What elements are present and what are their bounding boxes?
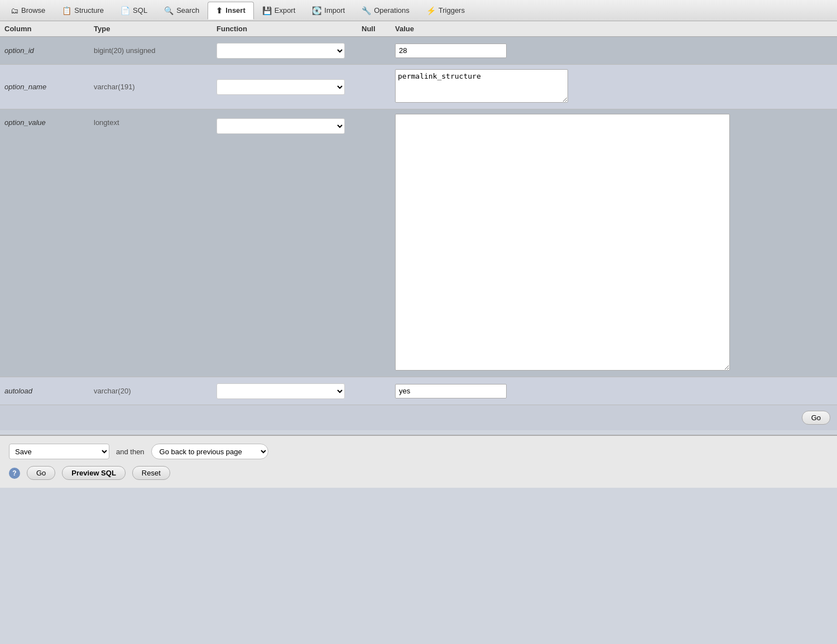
table-row: option_name varchar(191) permalink_struc… [0,65,837,109]
col-autoload-name: autoload [4,387,94,395]
tab-triggers[interactable]: ⚡Triggers [418,2,473,20]
tab-insert[interactable]: ⬆Insert [208,2,253,20]
import-icon: 💽 [312,6,321,15]
bottom-row1: Save and then Go back to previous page [9,444,828,459]
col-option-value-type: longtext [94,114,217,127]
bottom-panel: Save and then Go back to previous page ?… [0,435,837,488]
bottom-row2: ? Go Preview SQL Reset [9,466,828,480]
preview-sql-button[interactable]: Preview SQL [62,466,125,480]
main-go-button[interactable]: Go [802,411,830,425]
col-option-id-type: bigint(20) unsigned [94,46,217,55]
tab-label-sql: SQL [133,6,147,15]
search-icon: 🔍 [164,6,174,15]
tab-label-insert: Insert [225,6,245,15]
then-select[interactable]: Go back to previous page [151,444,268,459]
col-option-name-type: varchar(191) [94,83,217,91]
col-option-value-name: option_value [4,114,94,127]
tab-label-search: Search [176,6,199,15]
tab-label-structure: Structure [74,6,104,15]
col-option-id-name: option_id [4,46,94,55]
table-row: option_value longtext [0,109,837,377]
autoload-value-input[interactable] [395,384,507,398]
triggers-icon: ⚡ [426,6,436,15]
structure-icon: 📋 [62,6,71,15]
table-row: autoload varchar(20) [0,377,837,405]
tab-structure[interactable]: 📋Structure [54,2,112,20]
tab-label-import: Import [324,6,345,15]
header-null: Null [362,25,395,33]
tab-label-triggers: Triggers [439,6,465,15]
option-value-value-textarea[interactable] [395,114,730,371]
reset-button[interactable]: Reset [132,466,170,480]
col-autoload-value [395,384,833,398]
go-btn-container: Go [0,405,837,430]
table-header: Column Type Function Null Value [0,21,837,37]
tab-operations[interactable]: 🔧Operations [353,2,418,20]
header-column: Column [4,25,94,33]
header-value: Value [395,25,833,33]
tab-search[interactable]: 🔍Search [156,2,208,20]
tab-sql[interactable]: 📄SQL [112,2,156,20]
option-name-value-textarea[interactable]: permalink_structure [395,69,568,103]
option-id-value-input[interactable] [395,44,507,58]
option-value-function-select[interactable] [217,118,345,134]
autoload-function-select[interactable] [217,383,345,399]
col-option-value-value [395,114,833,372]
col-option-name-value: permalink_structure [395,69,833,104]
go-button[interactable]: Go [27,466,55,480]
option-id-function-select[interactable] [217,43,345,59]
insert-icon: ⬆ [216,6,223,15]
header-type: Type [94,25,217,33]
col-option-name-function [217,79,362,95]
col-option-value-function [217,114,362,134]
tab-label-operations: Operations [374,6,410,15]
tab-label-export: Export [275,6,296,15]
tab-browse[interactable]: 🗂Browse [2,2,54,20]
tab-bar: 🗂Browse📋Structure📄SQL🔍Search⬆Insert💾Expo… [0,0,837,21]
tab-label-browse: Browse [21,6,45,15]
col-option-name-name: option_name [4,83,94,91]
main-content: Column Type Function Null Value option_i… [0,21,837,430]
export-icon: 💾 [262,6,272,15]
col-autoload-type: varchar(20) [94,387,217,395]
operations-icon: 🔧 [362,6,371,15]
col-option-id-value [395,44,833,58]
tab-export[interactable]: 💾Export [254,2,304,20]
col-autoload-function [217,383,362,399]
table-row: option_id bigint(20) unsigned [0,37,837,65]
sql-icon: 📄 [121,6,130,15]
header-function: Function [217,25,362,33]
help-icon[interactable]: ? [9,468,20,479]
col-option-id-function [217,43,362,59]
browse-icon: 🗂 [11,6,18,15]
tab-import[interactable]: 💽Import [304,2,353,20]
and-then-label: and then [116,448,145,456]
option-name-function-select[interactable] [217,79,345,95]
action-select[interactable]: Save [9,444,109,459]
